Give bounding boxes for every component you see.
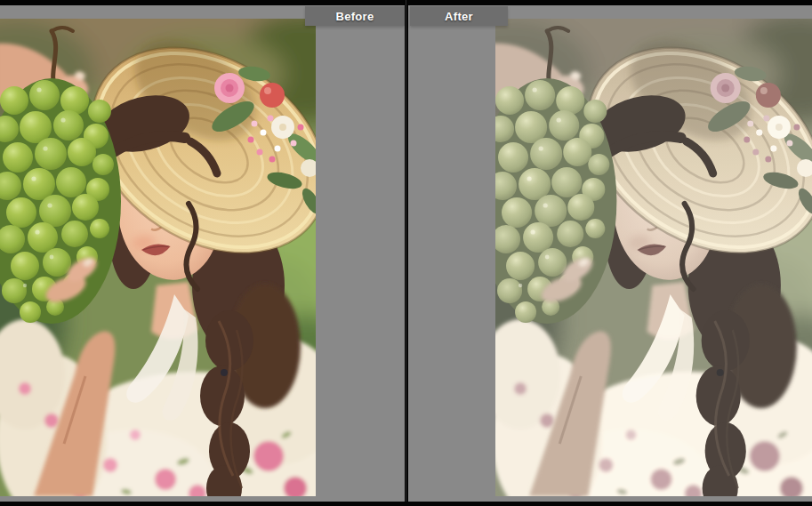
before-photo-canvas <box>0 19 316 496</box>
after-tab-label: After <box>445 10 473 23</box>
after-photo[interactable] <box>495 19 812 496</box>
before-tab-label: Before <box>336 10 374 23</box>
before-after-compare-view: Before After <box>0 0 812 506</box>
before-tab[interactable]: Before <box>305 6 405 26</box>
panel-divider <box>405 0 408 506</box>
after-tab[interactable]: After <box>410 6 508 26</box>
before-photo[interactable] <box>0 19 316 496</box>
bottom-frame-bar <box>0 502 812 506</box>
after-photo-canvas <box>495 19 812 496</box>
